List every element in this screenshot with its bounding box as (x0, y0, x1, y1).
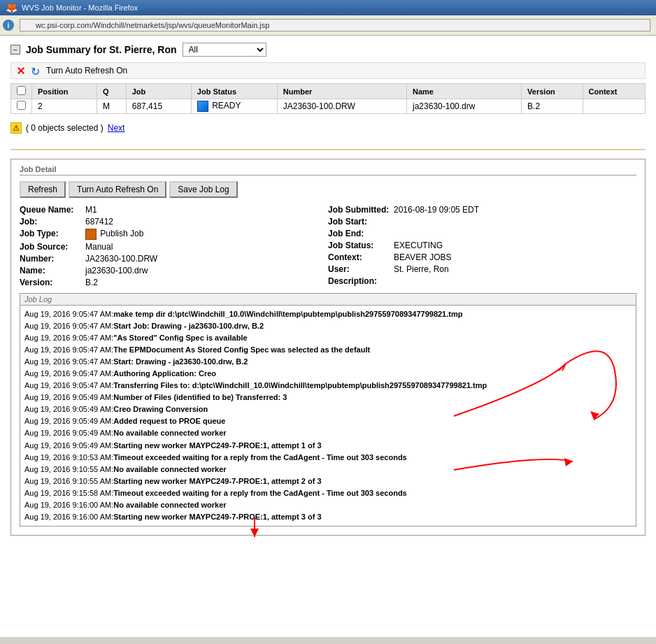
user-label: User: (328, 264, 391, 274)
job-type-value: Publish Job (85, 229, 143, 240)
job-label: Job: (20, 217, 83, 227)
refresh-button[interactable]: Refresh (20, 181, 66, 198)
log-line-18: Aug 19, 2016 9:16:00 AM:Starting new wor… (24, 511, 632, 523)
submitted-value: 2016-08-19 09:05 EDT (394, 205, 479, 215)
log-line-8: Aug 19, 2016 9:05:49 AM:Number of Files … (24, 392, 632, 403)
field-job-type: Job Type: Publish Job (20, 229, 328, 240)
all-dropdown[interactable]: All (183, 43, 266, 57)
context-label: Context: (328, 252, 391, 262)
table-row: 2 M 687,415 READY JA23630-100.DRW ja2363… (11, 99, 646, 114)
browser-titlebar: 🦊 WVS Job Monitor - Mozilla Firefox (0, 0, 656, 15)
header-job: Job (126, 84, 191, 99)
detail-fields-grid: Queue Name: M1 Job: 687412 Job Type: Pub… (20, 205, 636, 287)
status-row: ⚠ ( 0 objects selected ) Next (10, 120, 646, 136)
submitted-label: Job Submitted: (328, 205, 391, 215)
name-value: ja23630-100.drw (85, 266, 148, 276)
field-user: User: St. Pierre, Ron (328, 264, 636, 274)
row-position: 2 (32, 99, 97, 114)
description-label: Description: (328, 276, 391, 286)
job-summary-table: Position Q Job Job Status Number Name Ve… (10, 83, 646, 114)
version-value: B.2 (85, 278, 98, 287)
log-line-4: Aug 19, 2016 9:05:47 AM:The EPMDocument … (24, 344, 632, 356)
header-position: Position (32, 84, 97, 99)
row-number: JA23630-100.DRW (277, 99, 406, 114)
queue-name-label: Queue Name: (20, 205, 83, 215)
log-line-15: Aug 19, 2016 9:10:55 AM:Starting new wor… (24, 475, 632, 487)
log-line-9: Aug 19, 2016 9:05:49 AM:Creo Drawing Con… (24, 403, 632, 415)
log-line-14: Aug 19, 2016 9:10:55 AM:No available con… (24, 464, 632, 475)
header-number: Number (277, 84, 406, 99)
job-log-header: Job Log (20, 294, 636, 306)
number-label: Number: (20, 254, 83, 264)
address-bar: i wc.psi-corp.com/Windchill/netmarkets/j… (0, 15, 656, 36)
save-log-button[interactable]: Save Job Log (169, 181, 237, 198)
header-checkbox-cell (11, 84, 32, 99)
job-status-value: EXECUTING (394, 241, 443, 250)
row-name: ja23630-100.drw (407, 99, 522, 114)
job-log-content: Aug 19, 2016 9:05:47 AM:make temp dir d:… (20, 306, 636, 526)
row-version: B.2 (522, 99, 583, 114)
field-context: Context: BEAVER JOBS (328, 252, 636, 262)
log-line-6: Aug 19, 2016 9:05:47 AM:Authoring Applic… (24, 368, 632, 380)
log-line-1: Aug 19, 2016 9:05:47 AM:make temp dir d:… (24, 308, 632, 320)
field-submitted: Job Submitted: 2016-08-19 09:05 EDT (328, 205, 636, 215)
job-type-icon (85, 229, 97, 240)
collapse-icon[interactable]: − (10, 45, 20, 55)
section-header: − Job Summary for St. Pierre, Ron All (10, 43, 646, 57)
field-description: Description: (328, 276, 636, 286)
detail-right-col: Job Submitted: 2016-08-19 09:05 EDT Job … (328, 205, 636, 287)
select-all-checkbox[interactable] (17, 86, 26, 95)
field-job-end: Job End: (328, 229, 636, 238)
header-version: Version (522, 84, 583, 99)
job-end-label: Job End: (328, 229, 391, 238)
field-number: Number: JA23630-100.DRW (20, 254, 328, 264)
header-name: Name (407, 84, 522, 99)
log-line-13: Aug 19, 2016 9:10:53 AM:Timeout exceeded… (24, 452, 632, 464)
log-line-10: Aug 19, 2016 9:05:49 AM:Added request to… (24, 415, 632, 427)
page-content: − Job Summary for St. Pierre, Ron All ↻ … (0, 36, 656, 637)
row-checkbox-cell (11, 99, 32, 114)
log-line-7: Aug 19, 2016 9:05:47 AM:Transferring Fil… (24, 380, 632, 392)
row-context (583, 99, 645, 114)
job-log-container: Job Log Aug 19, 2016 9:05:47 AM:make tem… (20, 293, 636, 527)
queue-name-value: M1 (85, 205, 97, 215)
field-name: Name: ja23630-100.drw (20, 266, 328, 276)
ready-status-icon (197, 101, 208, 112)
user-value: St. Pierre, Ron (394, 264, 449, 274)
row-q: M (97, 99, 127, 114)
detail-left-col: Queue Name: M1 Job: 687412 Job Type: Pub… (20, 205, 328, 287)
log-line-17: Aug 19, 2016 9:16:00 AM:No available con… (24, 499, 632, 511)
warning-icon: ⚠ (10, 122, 22, 134)
name-label: Name: (20, 266, 83, 276)
header-context: Context (583, 84, 645, 99)
auto-refresh-button[interactable]: Turn Auto Refresh On (69, 181, 166, 198)
summary-title: Job Summary for St. Pierre, Ron (26, 44, 177, 55)
field-version: Version: B.2 (20, 278, 328, 287)
auto-refresh-label: Turn Auto Refresh On (46, 66, 127, 76)
number-value: JA23630-100.DRW (85, 254, 157, 264)
header-q: Q (97, 84, 127, 99)
field-job-status: Job Status: EXECUTING (328, 241, 636, 250)
cancel-icon[interactable] (15, 65, 27, 76)
job-status-label: Job Status: (328, 241, 391, 250)
detail-toolbar: Refresh Turn Auto Refresh On Save Job Lo… (20, 181, 636, 198)
row-checkbox[interactable] (17, 101, 26, 110)
job-value: 687412 (85, 217, 113, 227)
job-source-value: Manual (85, 242, 113, 252)
svg-marker-2 (250, 529, 259, 537)
log-line-16: Aug 19, 2016 9:15:58 AM:Timeout exceeded… (24, 487, 632, 499)
field-job-start: Job Start: (328, 217, 636, 227)
browser-icon: 🦊 (6, 2, 17, 13)
browser-title: WVS Job Monitor - Mozilla Firefox (22, 3, 138, 12)
job-detail-title: Job Detail (20, 165, 636, 176)
log-line-2: Aug 19, 2016 9:05:47 AM:Start Job: Drawi… (24, 320, 632, 332)
next-link[interactable]: Next (108, 123, 125, 133)
job-type-label: Job Type: (20, 229, 83, 238)
table-header-row: Position Q Job Job Status Number Name Ve… (11, 84, 646, 99)
url-text: wc.psi-corp.com/Windchill/netmarkets/jsp… (36, 21, 269, 29)
log-line-3: Aug 19, 2016 9:05:47 AM:"As Stored" Conf… (24, 332, 632, 344)
job-source-label: Job Source: (20, 242, 83, 252)
url-bar[interactable]: wc.psi-corp.com/Windchill/netmarkets/jsp… (20, 19, 650, 31)
field-job: Job: 687412 (20, 217, 328, 227)
refresh-icon[interactable]: ↻ (31, 65, 42, 76)
